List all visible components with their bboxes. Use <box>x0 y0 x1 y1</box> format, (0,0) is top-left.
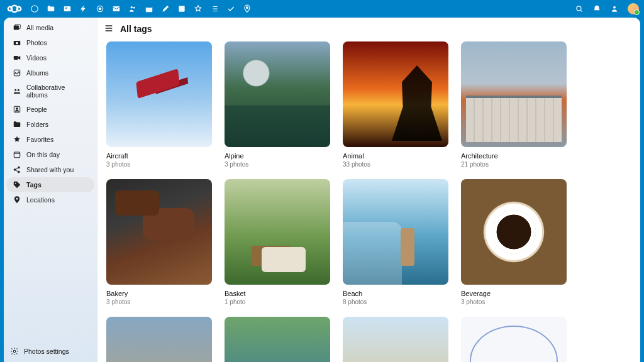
notifications-icon[interactable] <box>592 4 601 13</box>
tag-tile-animal[interactable]: Animal 33 photos <box>343 41 448 168</box>
tag-name: Alpine <box>225 152 330 160</box>
sidebar-item-label: Shared with you <box>26 166 74 173</box>
top-right-icons <box>575 3 639 14</box>
tag-thumbnail <box>461 41 567 147</box>
sidebar-item-people[interactable]: People <box>6 102 94 117</box>
tag-tile-aircraft[interactable]: Aircraft 3 photos <box>106 41 212 168</box>
sidebar-item-videos[interactable]: Videos <box>6 50 94 65</box>
tags-grid: Aircraft 3 photos Alpine 3 photos Animal… <box>106 41 631 362</box>
svg-point-20 <box>16 42 18 45</box>
sidebar-item-collab-albums[interactable]: Collaborative albums <box>6 80 94 102</box>
svg-point-14 <box>247 7 248 9</box>
tag-tile-architecture[interactable]: Architecture 21 photos <box>461 41 567 168</box>
contacts-menu-icon[interactable] <box>610 4 619 13</box>
tag-tile-beverage[interactable]: Beverage 3 photos <box>461 179 567 305</box>
contacts-icon[interactable] <box>128 4 137 13</box>
mail-icon[interactable] <box>112 4 121 13</box>
main-header: All tags <box>97 18 640 34</box>
sidebar-toggle-icon[interactable] <box>104 23 114 33</box>
sidebar: All media Photos Videos Albums Collabora… <box>4 18 97 362</box>
tag-tile-basket[interactable]: Basket 1 photo <box>225 179 330 305</box>
sidebar-item-label: On this day <box>26 151 60 158</box>
tag-tile-alpine[interactable]: Alpine 3 photos <box>225 41 330 168</box>
search-icon[interactable] <box>575 4 584 13</box>
tag-thumbnail <box>343 41 448 147</box>
svg-point-16 <box>613 6 616 9</box>
tag-thumbnail <box>461 179 567 285</box>
tags-grid-scroll[interactable]: Aircraft 3 photos Alpine 3 photos Animal… <box>97 34 640 362</box>
location-icon <box>13 195 21 204</box>
star-icon <box>13 135 21 144</box>
sidebar-item-photos[interactable]: Photos <box>6 35 94 50</box>
sidebar-item-tags[interactable]: Tags <box>6 177 94 192</box>
maps-icon[interactable] <box>243 4 252 13</box>
sidebar-item-label: Favorites <box>26 136 53 143</box>
svg-point-28 <box>14 169 16 171</box>
camera-icon <box>13 38 21 47</box>
tag-count: 3 photos <box>106 161 212 168</box>
svg-point-32 <box>16 198 18 200</box>
app-shell: All media Photos Videos Albums Collabora… <box>4 18 640 362</box>
sidebar-item-label: Locations <box>26 196 55 204</box>
featured-icon[interactable] <box>194 4 203 13</box>
sidebar-item-folders[interactable]: Folders <box>6 117 94 132</box>
photos-app-icon[interactable] <box>63 4 72 13</box>
svg-rect-8 <box>113 6 120 11</box>
top-bar <box>0 0 644 18</box>
svg-rect-17 <box>14 26 19 30</box>
notes-icon[interactable] <box>161 4 170 13</box>
tag-tile-bakery[interactable]: Bakery 3 photos <box>106 179 212 305</box>
tag-tile-partial[interactable] <box>461 317 567 362</box>
sidebar-item-favorites[interactable]: Favorites <box>6 132 94 147</box>
tag-name: Bakery <box>106 290 212 297</box>
tasks-icon[interactable] <box>226 4 235 13</box>
image-multiple-icon <box>13 23 21 32</box>
tag-tile-partial[interactable] <box>106 317 212 362</box>
tag-thumbnail <box>106 41 212 147</box>
sidebar-item-label: Albums <box>26 69 48 77</box>
sidebar-item-shared[interactable]: Shared with you <box>6 162 94 177</box>
share-icon <box>13 165 21 174</box>
user-avatar[interactable] <box>628 3 639 14</box>
calendar-icon[interactable] <box>145 4 153 13</box>
svg-point-33 <box>13 350 16 353</box>
app-launcher-icons <box>30 4 252 13</box>
talk-icon[interactable] <box>96 4 104 13</box>
files-icon[interactable] <box>47 4 55 13</box>
svg-point-24 <box>18 89 19 91</box>
tag-name: Architecture <box>461 152 567 160</box>
svg-point-3 <box>31 6 38 13</box>
deck-icon[interactable] <box>177 4 186 13</box>
tag-count: 3 photos <box>225 161 330 168</box>
sidebar-item-on-this-day[interactable]: On this day <box>6 147 94 162</box>
svg-rect-4 <box>64 6 71 11</box>
svg-rect-21 <box>14 56 18 60</box>
sidebar-item-label: All media <box>26 24 53 31</box>
brand-logo[interactable] <box>5 4 24 14</box>
tag-count: 3 photos <box>461 299 567 305</box>
face-icon <box>13 105 21 114</box>
sidebar-item-albums[interactable]: Albums <box>6 65 94 80</box>
tag-thumbnail <box>106 317 212 362</box>
dashboard-icon[interactable] <box>30 4 39 13</box>
main-panel: All tags Aircraft 3 photos Alpine 3 phot… <box>97 18 640 362</box>
photos-settings-button[interactable]: Photos settings <box>4 342 97 362</box>
sidebar-item-label: Folders <box>26 121 48 128</box>
tag-name: Animal <box>343 152 448 160</box>
tag-thumbnail <box>343 317 448 362</box>
tag-tile-beach[interactable]: Beach 8 photos <box>343 179 448 305</box>
svg-point-31 <box>15 183 16 184</box>
sidebar-item-label: Photos <box>26 39 47 47</box>
tag-thumbnail <box>225 179 330 285</box>
sidebar-item-locations[interactable]: Locations <box>6 192 94 207</box>
activity-icon[interactable] <box>79 4 88 13</box>
list-icon[interactable] <box>210 4 219 13</box>
calendar-day-icon <box>13 150 21 159</box>
svg-point-15 <box>577 6 581 11</box>
group-icon <box>13 87 21 96</box>
tag-tile-partial[interactable] <box>225 317 330 362</box>
tag-name: Aircraft <box>106 152 212 160</box>
sidebar-item-all-media[interactable]: All media <box>6 20 94 35</box>
tag-name: Beach <box>343 290 448 297</box>
tag-tile-partial[interactable] <box>343 317 448 362</box>
